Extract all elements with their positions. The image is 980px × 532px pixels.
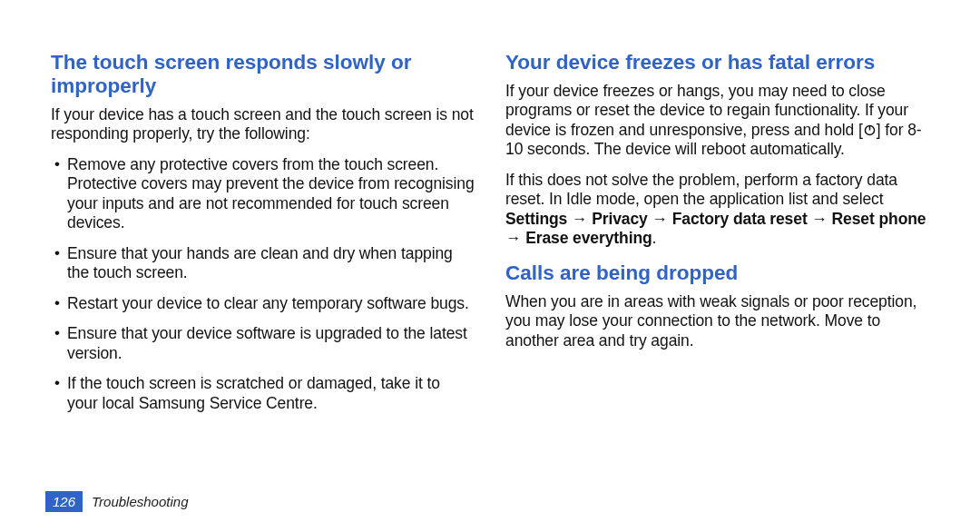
text: If your device freezes or hangs, you may… <box>505 82 908 139</box>
freezes-para2: If this does not solve the problem, perf… <box>505 171 929 249</box>
calls-dropped-para: When you are in areas with weak signals … <box>505 292 929 351</box>
heading-freezes: Your device freezes or has fatal errors <box>505 51 929 74</box>
two-column-layout: The touch screen responds slowly or impr… <box>51 51 929 424</box>
list-item: Ensure that your device software is upgr… <box>51 324 475 363</box>
right-column: Your device freezes or has fatal errors … <box>505 51 929 424</box>
heading-calls-dropped: Calls are being dropped <box>505 261 929 285</box>
text: If this does not solve the problem, perf… <box>505 171 897 209</box>
touchscreen-bullets: Remove any protective covers from the to… <box>51 155 475 414</box>
list-item: Ensure that your hands are clean and dry… <box>51 244 475 283</box>
page-footer: 126 Troubleshooting <box>45 491 189 512</box>
list-item: Restart your device to clear any tempora… <box>51 294 475 314</box>
freezes-para1: If your device freezes or hangs, you may… <box>505 82 929 160</box>
manual-page: The touch screen responds slowly or impr… <box>0 0 980 532</box>
power-icon <box>863 123 877 137</box>
intro-touchscreen: If your device has a touch screen and th… <box>51 105 475 144</box>
left-column: The touch screen responds slowly or impr… <box>51 51 475 424</box>
list-item: Remove any protective covers from the to… <box>51 155 475 233</box>
settings-path: Settings → Privacy → Factory data reset … <box>505 210 926 248</box>
section-name: Troubleshooting <box>92 494 188 509</box>
heading-touchscreen: The touch screen responds slowly or impr… <box>51 51 475 98</box>
page-number: 126 <box>45 491 83 512</box>
text: . <box>652 229 657 247</box>
list-item: If the touch screen is scratched or dama… <box>51 374 475 413</box>
